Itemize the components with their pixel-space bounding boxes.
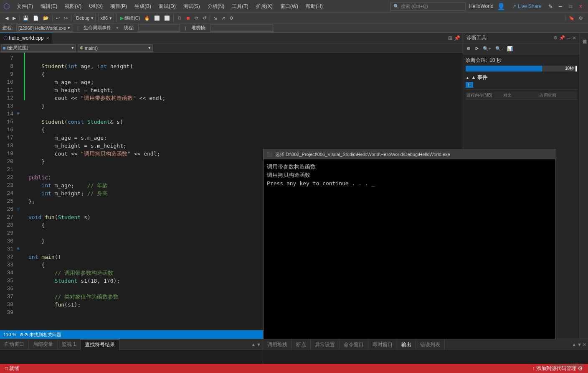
bottom-left-up-icon[interactable]: ▲ <box>251 342 256 347</box>
diag-zoom-out-btn[interactable]: 🔍- <box>494 45 504 52</box>
pin-icon[interactable]: 📌 <box>454 35 460 41</box>
minimize-button[interactable]: ─ <box>556 2 565 10</box>
toolbar-stop[interactable]: ⏹ <box>184 15 192 21</box>
tab-locals[interactable]: 局部变量 <box>29 339 58 350</box>
bottom-right-close-icon[interactable]: ✕ <box>583 342 586 347</box>
tab-watch1[interactable]: 监视 1 <box>58 339 81 350</box>
bottom-left-down-icon[interactable]: ▼ <box>256 342 261 347</box>
status-ready[interactable]: □ 就绪 <box>3 365 21 372</box>
diag-pause-btn[interactable]: II <box>466 82 473 88</box>
toolbar-bookmark[interactable]: 🔖 <box>567 15 576 22</box>
bottom-right-down-icon[interactable]: ▼ <box>577 342 582 347</box>
process-dropdown[interactable]: [22968] HelloWorld.exe ▾ <box>16 24 72 32</box>
thread-label: 线程: <box>124 25 134 31</box>
toolbar-step2[interactable]: ⬜ <box>162 15 172 22</box>
menu-edit[interactable]: 编辑(E) <box>37 2 61 11</box>
diag-title: 诊断工具 <box>466 34 552 41</box>
debug-config-dropdown[interactable]: Debug ▾ <box>74 14 96 22</box>
diag-minimize-icon[interactable]: ─ <box>567 35 570 41</box>
menu-extensions[interactable]: 扩展(X) <box>253 2 276 11</box>
toolbar-redo[interactable]: ↪ <box>62 15 69 22</box>
class-icon: ■ <box>3 46 6 51</box>
diag-refresh-btn[interactable]: ⟳ <box>473 45 480 52</box>
toolbar-stepout[interactable]: ↗ <box>220 15 227 22</box>
platform-dropdown[interactable]: x86 ▾ <box>98 14 114 22</box>
toolbar-setting[interactable]: ⚙ <box>577 15 585 22</box>
lifecycle-label: 生命周期事件 <box>84 25 111 31</box>
close-button[interactable]: ✕ <box>576 2 585 10</box>
bottom-right-up-icon[interactable]: ▲ <box>572 342 576 347</box>
tab-find-symbol[interactable]: 查找符号结果 <box>81 339 119 350</box>
toolbar-back[interactable]: ◀ <box>3 15 10 22</box>
toolbar-debug-mode[interactable]: ⚙ <box>228 15 235 22</box>
function-dropdown[interactable]: ⊕ main() ▾ <box>78 44 153 52</box>
menu-window[interactable]: 窗口(W) <box>277 2 302 11</box>
diag-pin-icon[interactable]: 📌 <box>559 35 565 41</box>
console-title: 选择 D:\002_Project\006_Visual_Studio\Hell… <box>275 151 552 158</box>
tab-callstack[interactable]: 调用堆栈 <box>263 339 292 350</box>
tab-error-list[interactable]: 错误列表 <box>416 339 445 350</box>
toolbar-stepover[interactable]: ↺ <box>201 15 208 22</box>
right-tab-1[interactable]: 调试位置 <box>580 33 588 39</box>
menu-tools[interactable]: 工具(T) <box>228 2 251 11</box>
console-body[interactable]: 调用带参数构造函数 调用拷贝构造函数 Press any key to cont… <box>264 159 555 339</box>
toolbar-open[interactable]: 📂 <box>41 15 51 22</box>
menu-project[interactable]: 项目(P) <box>107 2 130 11</box>
toolbar-step[interactable]: ⬜ <box>152 15 162 22</box>
menu-git[interactable]: Git(G) <box>86 2 106 11</box>
expand-icon[interactable]: ⊞ <box>448 35 452 41</box>
events-section-title: ▲ 事件 <box>466 74 577 81</box>
diag-tools: ⚙ ⟳ 🔍+ 🔍- 📊 <box>463 43 580 54</box>
thread-dropdown[interactable] <box>138 24 180 32</box>
vs-icon: ⬡ <box>3 2 10 11</box>
live-share-label: Live Share <box>518 3 542 9</box>
tab-immediate[interactable]: 即时窗口 <box>368 339 397 350</box>
tab-output[interactable]: 输出 <box>397 339 416 350</box>
bottom-panel: 自动窗口 局部变量 监视 1 查找符号结果 ▲ ▼ 调用堆栈 断点 异常设置 命… <box>0 339 588 364</box>
toolbar-forward[interactable]: ▶ <box>11 15 18 22</box>
diag-chart-btn[interactable]: 📊 <box>505 45 514 52</box>
menu-build[interactable]: 生成(B) <box>131 2 155 11</box>
toolbar-undo[interactable]: ↩ <box>54 15 61 22</box>
class-scope-label: (全局范围) <box>7 45 28 51</box>
tab-auto-window[interactable]: 自动窗口 <box>0 339 29 350</box>
diag-settings-btn[interactable]: ⚙ <box>465 45 472 52</box>
session-value: 10 秒 <box>489 57 502 64</box>
tab-close-icon[interactable]: ✕ <box>46 36 49 41</box>
toolbar-stepin[interactable]: ↘ <box>212 15 219 22</box>
tab-breakpoints[interactable]: 断点 <box>292 339 311 350</box>
menu-debug[interactable]: 调试(D) <box>155 2 179 11</box>
editor-tab-hello-world[interactable]: ⬡ hello_world.cpp ✕ <box>0 33 53 43</box>
toolbar-continue[interactable]: ▶ 继续(C) <box>119 14 142 22</box>
chevron-icon: ▾ <box>68 25 70 31</box>
live-share-button[interactable]: ↗ Live Share <box>509 3 545 9</box>
diag-header: 诊断工具 ⚙ 📌 ─ ✕ <box>463 33 580 43</box>
feedback-icon[interactable]: ✎ <box>548 3 553 10</box>
search-box[interactable]: 🔍 搜索 (Ctrl+Q) <box>390 2 466 11</box>
menu-help[interactable]: 帮助(H) <box>302 2 326 11</box>
toolbar-restart[interactable]: ⟳ <box>193 15 200 22</box>
title-bar: ⬡ 文件(F) 编辑(E) 视图(V) Git(G) 项目(P) 生成(B) 调… <box>0 0 588 13</box>
class-scope-dropdown[interactable]: ■ (全局范围) ▾ <box>1 44 76 52</box>
diag-content: 诊断会话: 10 秒 10秒 ▲ 事件 II <box>463 54 580 102</box>
diag-close-icon[interactable]: ✕ <box>572 35 576 41</box>
bottom-left-content <box>0 350 263 364</box>
toolbar-new[interactable]: 📄 <box>31 15 41 22</box>
issues-icon: ⊘ <box>20 332 23 337</box>
maximize-button[interactable]: □ <box>566 2 575 10</box>
toolbar-save[interactable]: 💾 <box>21 15 30 22</box>
diag-settings-icon[interactable]: ⚙ <box>553 35 558 41</box>
tab-command[interactable]: 命令窗口 <box>340 339 368 350</box>
toolbar-pause[interactable]: ⏸ <box>175 15 183 21</box>
stack-dropdown[interactable] <box>210 24 273 32</box>
menu-view[interactable]: 视图(V) <box>61 2 85 11</box>
diag-progress-bar <box>466 66 542 72</box>
menu-analyze[interactable]: 分析(N) <box>204 2 228 11</box>
diag-zoom-in-btn[interactable]: 🔍+ <box>481 45 493 52</box>
stack-label: 堆栈帧: <box>191 25 206 31</box>
toolbar-fire[interactable]: 🔥 <box>142 15 152 22</box>
menu-file[interactable]: 文件(F) <box>13 2 36 11</box>
tab-exceptions[interactable]: 异常设置 <box>311 339 340 350</box>
menu-test[interactable]: 测试(S) <box>180 2 203 11</box>
progress-label: 10秒 <box>565 66 574 72</box>
